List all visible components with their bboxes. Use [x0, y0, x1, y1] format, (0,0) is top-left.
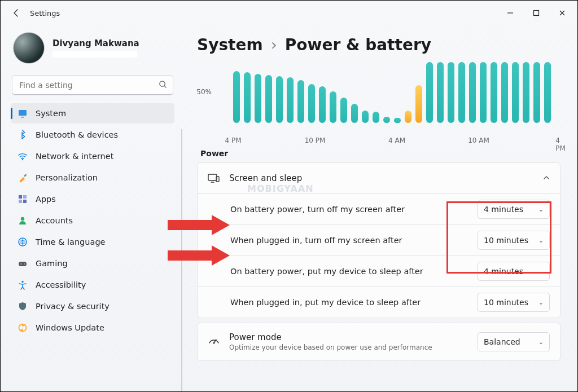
- chart-bar: [533, 62, 540, 123]
- sidebar-item-privacy-security[interactable]: Privacy & security: [11, 296, 174, 316]
- duration-select[interactable]: 10 minutes⌄: [478, 293, 550, 312]
- sidebar-item-label: Accessibility: [36, 280, 86, 289]
- duration-value: 10 minutes: [484, 236, 528, 245]
- apps-icon: [17, 194, 28, 204]
- sidebar-item-apps[interactable]: Apps: [11, 189, 174, 209]
- duration-value: 4 minutes: [484, 267, 523, 276]
- power-mode-row[interactable]: Power mode Optimize your device based on…: [198, 323, 560, 360]
- chart-bar: [426, 62, 433, 123]
- chart-bar: [265, 75, 272, 123]
- svg-rect-8: [19, 200, 22, 203]
- duration-select[interactable]: 4 minutes⌄: [478, 200, 550, 219]
- chart-bar: [244, 72, 251, 123]
- chart-ytick: 50%: [196, 88, 212, 96]
- screen-sleep-row-0: On battery power, turn off my screen aft…: [198, 193, 560, 224]
- chart-bar: [405, 111, 411, 123]
- svg-rect-12: [19, 262, 27, 266]
- close-button[interactable]: [549, 4, 575, 22]
- search-box[interactable]: [12, 75, 173, 95]
- chevron-right-icon: ›: [271, 36, 277, 54]
- row-label: When plugged in, put my device to sleep …: [230, 298, 478, 307]
- search-input[interactable]: [18, 80, 159, 90]
- chevron-down-icon: ⌄: [538, 206, 544, 213]
- update-icon: [17, 323, 28, 333]
- bluetooth-icon: [17, 130, 28, 140]
- power-mode-select[interactable]: Balanced ⌄: [478, 332, 550, 351]
- screen-and-sleep-header[interactable]: Screen and sleep: [198, 163, 560, 193]
- screen-sleep-row-1: When plugged in, turn off my screen afte…: [198, 224, 560, 256]
- battery-usage-chart[interactable]: 50% 4 PM10 PM4 AM10 AM4 PM: [214, 60, 561, 139]
- sidebar: Divyang Makwana SystemBluetooth & device…: [1, 25, 181, 391]
- chart-bar: [330, 91, 336, 123]
- svg-point-10: [21, 217, 24, 221]
- chart-bar: [415, 85, 422, 123]
- breadcrumb-root[interactable]: System: [197, 36, 263, 54]
- shield-icon: [17, 301, 28, 311]
- chart-bar: [276, 76, 283, 123]
- sidebar-item-system[interactable]: System: [11, 103, 174, 124]
- breadcrumb-leaf: Power & battery: [285, 36, 431, 54]
- power-section-title: Power: [200, 149, 561, 158]
- chevron-up-icon: [543, 174, 550, 183]
- chart-bar: [480, 62, 487, 123]
- sidebar-item-accessibility[interactable]: Accessibility: [11, 275, 174, 295]
- chart-bar: [469, 62, 476, 123]
- chart-xtick: 4 PM: [555, 136, 566, 152]
- sidebar-item-windows-update[interactable]: Windows Update: [11, 318, 174, 338]
- sidebar-item-time-language[interactable]: Time & language: [11, 232, 174, 252]
- minimize-button[interactable]: [497, 4, 523, 22]
- sidebar-item-gaming[interactable]: Gaming: [11, 253, 174, 274]
- power-mode-icon: [208, 336, 220, 348]
- chart-bar: [297, 80, 304, 123]
- chart-xtick: 4 AM: [388, 136, 405, 144]
- chart-bar: [308, 84, 315, 123]
- row-label: When plugged in, turn off my screen afte…: [230, 236, 478, 245]
- duration-select[interactable]: 4 minutes⌄: [478, 262, 550, 281]
- svg-rect-6: [19, 195, 22, 199]
- sidebar-item-accounts[interactable]: Accounts: [11, 210, 174, 231]
- power-mode-value: Balanced: [484, 337, 520, 346]
- chart-bar: [383, 117, 390, 123]
- chart-bar: [233, 71, 240, 123]
- chevron-down-icon: ⌄: [538, 338, 544, 346]
- row-label: On battery power, put my device to sleep…: [230, 267, 478, 276]
- sidebar-item-network-internet[interactable]: Network & internet: [11, 146, 174, 166]
- user-name: Divyang Makwana: [52, 38, 139, 49]
- svg-rect-5: [24, 174, 27, 177]
- nav-list: SystemBluetooth & devicesNetwork & inter…: [11, 103, 174, 338]
- power-mode-card: Power mode Optimize your device based on…: [197, 323, 561, 361]
- screen-sleep-row-2: On battery power, put my device to sleep…: [198, 256, 560, 287]
- back-button[interactable]: [8, 5, 24, 21]
- globe-clock-icon: [17, 237, 28, 247]
- sidebar-item-bluetooth-devices[interactable]: Bluetooth & devices: [11, 125, 174, 145]
- chart-bar: [458, 62, 465, 123]
- svg-point-14: [21, 281, 24, 283]
- wifi-icon: [17, 151, 28, 161]
- duration-select[interactable]: 10 minutes⌄: [478, 231, 550, 250]
- titlebar: Settings: [1, 1, 577, 25]
- gamepad-icon: [17, 258, 28, 268]
- svg-rect-16: [208, 174, 217, 180]
- duration-value: 10 minutes: [484, 298, 528, 307]
- svg-rect-0: [534, 11, 539, 16]
- chart-xtick: 10 AM: [468, 136, 489, 144]
- chart-bar: [512, 62, 519, 123]
- row-label: On battery power, turn off my screen aft…: [230, 205, 478, 214]
- svg-point-1: [160, 81, 165, 86]
- sidebar-item-label: Bluetooth & devices: [36, 130, 118, 139]
- user-profile[interactable]: Divyang Makwana: [11, 28, 174, 72]
- sidebar-item-personalization[interactable]: Personalization: [11, 168, 174, 188]
- sidebar-divider: [181, 129, 182, 391]
- maximize-button[interactable]: [523, 4, 549, 22]
- content-area: System › Power & battery 50% 4 PM10 PM4 …: [185, 25, 577, 391]
- duration-value: 4 minutes: [484, 205, 523, 214]
- svg-rect-3: [21, 117, 24, 118]
- svg-rect-9: [23, 200, 27, 203]
- sidebar-item-label: Accounts: [36, 216, 73, 225]
- chart-bar: [362, 111, 369, 123]
- svg-rect-2: [19, 110, 27, 116]
- chart-bar: [340, 98, 347, 123]
- chart-bar: [287, 77, 294, 123]
- brush-icon: [17, 173, 28, 183]
- sidebar-item-label: Personalization: [36, 173, 98, 182]
